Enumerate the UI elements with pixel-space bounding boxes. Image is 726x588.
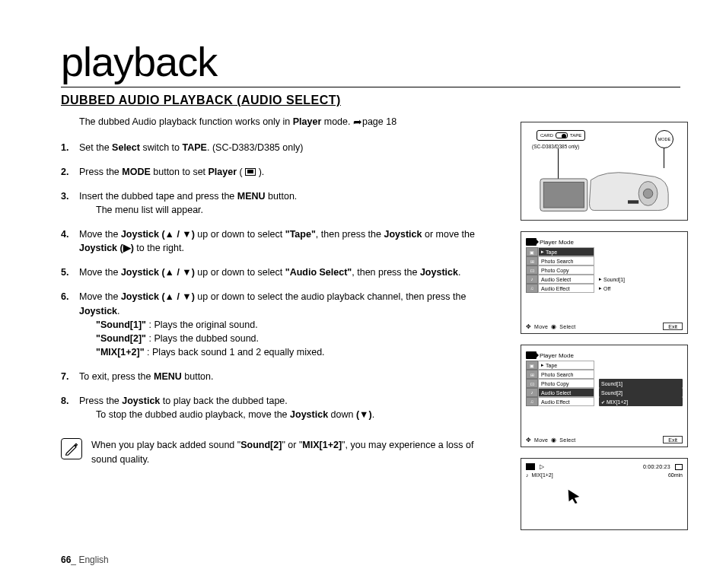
intro-post: mode.	[321, 116, 353, 127]
t: Joystick (▲ / ▼)	[121, 229, 195, 240]
t: to play back the dubbed tape.	[160, 396, 288, 406]
t: Joystick	[384, 229, 422, 240]
mode-button: MODE	[655, 130, 673, 148]
camcorder-icon	[526, 238, 537, 246]
arrow-right-icon: ➦	[353, 115, 362, 130]
step-number: 8.	[61, 394, 68, 408]
opt-2: "Sound[2]" : Plays the dubbed sound.	[96, 332, 495, 345]
camera-icon	[530, 167, 678, 214]
t: , then press the	[352, 267, 420, 278]
playback-row-2: ♪ MIX[1+2] 60min	[526, 472, 683, 478]
tab-icon: ♪	[526, 275, 538, 284]
manual-page: playback DUBBED AUDIO PLAYBACK (AUDIO SE…	[0, 0, 726, 588]
sound-icon: ♪	[526, 472, 529, 478]
tab-icon: ♪	[526, 388, 538, 397]
t: Set the	[79, 142, 112, 153]
tab-icon: ♫	[526, 397, 538, 406]
t: button.	[266, 191, 298, 202]
page-footer: 66_ English	[61, 555, 109, 565]
tab-icon: ⊡	[526, 265, 538, 275]
t: up or down to select the audio playback …	[195, 291, 466, 302]
menu-item: Audio Select	[538, 275, 594, 284]
tab-icon: ⊡	[526, 379, 538, 388]
switch-card-label: CARD	[540, 133, 553, 138]
exit-button: Exit	[663, 323, 683, 330]
t: up or down to select	[195, 229, 285, 240]
t: .	[458, 267, 460, 278]
camcorder-icon	[526, 351, 537, 359]
t: "Sound[2]"	[96, 333, 146, 344]
t: MODE	[122, 167, 151, 177]
page-number: 66	[61, 555, 71, 565]
t: Sound[2]	[240, 440, 282, 450]
t: Joystick (▶)	[79, 243, 134, 253]
move-label: Move	[534, 437, 548, 443]
t: MIX[1+2]	[302, 440, 342, 450]
t: "Sound[1]"	[96, 319, 146, 330]
menu-screen-1: Player Mode ▣Tape ⊞Photo Search ⊡Photo C…	[521, 231, 688, 334]
t: : Plays the original sound.	[146, 319, 258, 330]
menu-item-tape: Tape	[538, 361, 594, 370]
t: MENU	[154, 371, 182, 382]
illustration-column: CARD TAPE (SC-D383/D385 only) MODE	[521, 122, 688, 541]
t: Move the	[79, 229, 121, 240]
step-number: 7.	[61, 370, 68, 383]
tab-icon: ⊞	[526, 370, 538, 379]
select-label: Select	[559, 437, 575, 443]
step-number: 5.	[61, 265, 68, 279]
t: . (SC-D383/D385 only)	[207, 142, 303, 153]
t: Joystick	[122, 396, 160, 406]
t: , then press the	[316, 229, 384, 240]
menu-header: Player Mode	[526, 351, 683, 359]
t: To exit, press the	[79, 371, 154, 382]
switch-tape-label: TAPE	[570, 133, 581, 138]
t: ).	[256, 167, 264, 177]
step-5: 5. Move the Joystick (▲ / ▼) up or down …	[61, 265, 495, 279]
cursor-icon	[565, 488, 582, 506]
menu-footer: ✥Move ◉Select Exit	[526, 436, 683, 443]
svg-rect-4	[628, 200, 638, 203]
menu-item: Audio Select	[538, 388, 594, 397]
page-title: playback	[61, 38, 680, 87]
select-label: Select	[559, 324, 575, 329]
step-2: 2. Press the MODE button to set Player (…	[61, 165, 495, 179]
select-icon: ◉	[551, 323, 556, 330]
svg-point-3	[643, 189, 652, 198]
step-8: 8. Press the Joystick to play back the d…	[61, 394, 495, 421]
menu-option: Sound[1]	[599, 379, 683, 388]
t: "Audio Select"	[285, 267, 352, 278]
t: Tape	[546, 363, 557, 368]
t: Joystick	[290, 409, 328, 420]
tab-icon: ⊞	[526, 256, 538, 265]
playback-screen: ▷ 0:00:20:23 ♪ MIX[1+2] 60min	[521, 458, 688, 530]
t: or move the	[422, 229, 475, 240]
menu-list: ▣Tape ⊞Photo Search ⊡Photo CopySound[1] …	[526, 361, 683, 406]
t: Move the	[79, 267, 121, 278]
minutes-label: 60min	[668, 472, 683, 478]
t: "Tape"	[285, 229, 316, 240]
intro-mode: Player	[293, 116, 322, 127]
t: "MIX[1+2]"	[96, 347, 145, 358]
menu-item: Photo Search	[538, 370, 594, 379]
menu-item: Photo Search	[538, 256, 594, 265]
t: Tape	[546, 250, 557, 255]
t: up or down to select	[195, 267, 285, 278]
menu-item: Audio Effect	[538, 397, 594, 406]
t: Joystick (▲ / ▼)	[121, 267, 195, 278]
t: Joystick	[79, 306, 117, 316]
t: down	[328, 409, 356, 420]
menu-option: Off	[599, 284, 683, 293]
exit-button: Exit	[663, 436, 683, 443]
t: : Plays the dubbed sound.	[146, 333, 259, 344]
note-block: When you play back added sound "Sound[2]…	[61, 438, 495, 466]
menu-title: Player Mode	[540, 352, 574, 359]
t: TAPE	[183, 142, 207, 153]
menu-footer: ✥Move ◉Select Exit	[526, 323, 683, 330]
tab-icon: ▣	[526, 361, 538, 370]
t: When you play back added sound "	[91, 440, 240, 450]
switch-slot-icon	[556, 132, 568, 138]
select-switch: CARD TAPE	[537, 130, 585, 141]
t: Joystick	[420, 267, 458, 278]
menu-header: Player Mode	[526, 238, 683, 246]
select-icon: ◉	[551, 437, 556, 443]
